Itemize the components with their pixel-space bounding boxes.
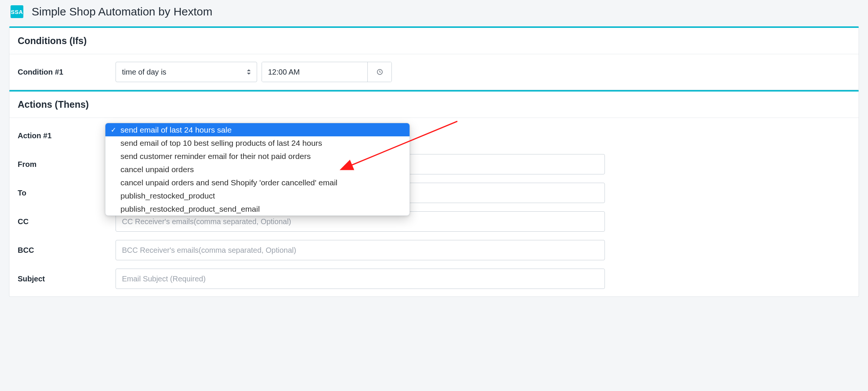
from-label: From [18,160,116,169]
subject-label: Subject [18,275,116,283]
subject-row: Subject [18,269,850,289]
subject-input[interactable] [116,269,605,289]
action-dropdown-menu[interactable]: ✓send email of last 24 hours salesend em… [105,123,410,216]
action-dropdown-option[interactable]: publish_restocked_product [105,189,410,202]
action-select-anchor: send email of last 24 hours sale ✓send e… [116,125,379,146]
condition-time-picker-button[interactable] [367,62,391,82]
select-chevrons-icon [247,68,251,76]
condition-type-value: time of day is [122,68,166,76]
action-row-1: Action #1 send email of last 24 hours sa… [18,125,850,146]
conditions-panel: Conditions (Ifs) Condition #1 time of da… [9,26,859,90]
action-dropdown-option[interactable]: send email of top 10 best selling produc… [105,136,410,150]
to-label: To [18,189,116,197]
condition-label: Condition #1 [18,68,116,76]
action-dropdown-option[interactable]: cancel unpaid orders and send Shopify 'o… [105,176,410,189]
action-dropdown-option-label: cancel unpaid orders and send Shopify 'o… [120,178,338,187]
conditions-title: Conditions (Ifs) [18,35,850,46]
action-dropdown-option[interactable]: cancel unpaid orders [105,163,410,176]
action-dropdown-option[interactable]: publish_restocked_product_send_email [105,202,410,215]
condition-row-1: Condition #1 time of day is [18,62,850,82]
cc-label: CC [18,217,116,226]
action-dropdown-option-label: publish_restocked_product [120,191,215,200]
action-dropdown-option-label: send email of top 10 best selling produc… [120,139,322,148]
clock-icon [376,69,383,75]
bcc-label: BCC [18,246,116,255]
action-dropdown-option[interactable]: send customer reminder email for their n… [105,150,410,163]
action-dropdown-option[interactable]: ✓send email of last 24 hours sale [105,123,410,136]
action-dropdown-option-label: cancel unpaid orders [120,165,194,174]
conditions-body: Condition #1 time of day is [9,54,859,90]
action-dropdown-option-label: send customer reminder email for their n… [120,152,311,161]
actions-title: Actions (Thens) [18,99,850,110]
bcc-row: BCC [18,240,850,260]
app-header: SSA Simple Shop Automation by Hextom [0,0,868,26]
actions-body: Action #1 send email of last 24 hours sa… [9,118,859,296]
condition-time-group [262,62,392,82]
action-dropdown-option-label: publish_restocked_product_send_email [120,205,260,214]
check-icon: ✓ [111,126,116,134]
app-logo: SSA [11,5,23,18]
bcc-input[interactable] [116,240,605,260]
actions-header: Actions (Thens) [9,92,859,118]
action-dropdown-option-label: send email of last 24 hours sale [120,125,231,134]
app-title: Simple Shop Automation by Hextom [32,5,212,18]
action-label: Action #1 [18,131,116,140]
actions-panel: Actions (Thens) Action #1 send email of … [9,90,859,297]
condition-time-input[interactable] [262,62,367,82]
condition-type-select[interactable]: time of day is [116,62,257,82]
conditions-header: Conditions (Ifs) [9,28,859,54]
